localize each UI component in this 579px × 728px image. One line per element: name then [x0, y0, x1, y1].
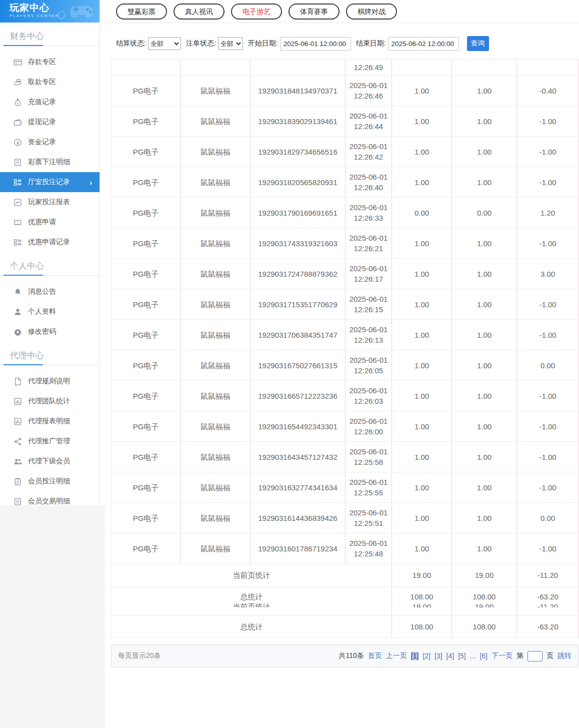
- tab-sports-events[interactable]: 体育赛事: [288, 4, 340, 20]
- cell-game-name: 鼠鼠福福: [180, 106, 250, 137]
- page-link-2[interactable]: [2]: [422, 652, 430, 660]
- filter-bar: 结算状态: 全部 注单状态: 全部 开始日期: 结束日期: 查询: [111, 36, 579, 51]
- sidebar-item-message-notice[interactable]: 消息公告: [0, 282, 100, 302]
- tab-board-games[interactable]: 棋牌对战: [346, 4, 397, 20]
- cell-bet-amount: [392, 60, 452, 76]
- summary-row-total: 总统计108.00108.00-63.20: [112, 616, 579, 638]
- table-row: PG电子鼠鼠福福19290317433193216032025-06-0112:…: [112, 228, 579, 259]
- bar-chart-icon: [14, 417, 22, 426]
- cell-platform: PG电子: [112, 76, 180, 106]
- page-link-3[interactable]: [3]: [434, 652, 442, 660]
- table-row: PG电子鼠鼠福福19290316544923433012025-06-0112:…: [112, 411, 579, 442]
- jump-button[interactable]: 跳转: [558, 651, 572, 660]
- cell-game-name: 鼠鼠福福: [180, 533, 250, 564]
- tab-live-video[interactable]: 真人视讯: [174, 4, 224, 20]
- tab-double-win-lottery[interactable]: 雙赢彩票: [116, 4, 167, 20]
- sidebar-item-hall-bet-record[interactable]: 厅室投注记录›: [0, 172, 100, 192]
- sidebar-item-member-trans-detail[interactable]: 会员交易明细: [0, 491, 100, 511]
- cell-platform: PG电子: [112, 442, 180, 472]
- summary-valid-line2: 19.00: [452, 602, 516, 607]
- summary-bet-line2: 19.00: [392, 602, 452, 607]
- sidebar-item-label: 优惠申请记录: [28, 238, 70, 247]
- first-page-link[interactable]: 首页: [368, 651, 382, 660]
- sidebar-item-recharge-record[interactable]: 充值记录: [0, 92, 100, 112]
- cell-bet-amount: 1.00: [392, 106, 452, 137]
- tab-electronic-games[interactable]: 电子游艺: [231, 4, 282, 20]
- doc-lines-icon: [14, 497, 22, 506]
- cell-platform: PG电子: [112, 137, 180, 167]
- cell-win-loss: -1.00: [517, 533, 579, 564]
- settle-status-select[interactable]: 全部: [148, 37, 181, 50]
- cell-bet-amount: 1.00: [392, 350, 452, 381]
- ticket-icon: [14, 218, 22, 227]
- list-detail-icon: [14, 238, 22, 247]
- cell-bet-amount: 1.00: [392, 289, 452, 320]
- page-links: [1][2][3][4][5]...[6]: [411, 652, 488, 660]
- cell-win-loss: 3.00: [517, 259, 579, 289]
- sidebar-item-withdraw-record[interactable]: 提现记录: [0, 112, 100, 132]
- start-date-input[interactable]: [280, 37, 351, 51]
- cell-bet-amount: 1.00: [392, 503, 452, 533]
- bet-date: 2025-06-01: [346, 324, 392, 335]
- section-divider-accent: [4, 364, 43, 365]
- share-icon: [14, 437, 22, 446]
- sidebar-item-promo-apply[interactable]: 优惠申请: [0, 212, 100, 232]
- page-jump-input[interactable]: [528, 651, 542, 661]
- sidebar-item-agent-promo-mgmt[interactable]: 代理推广管理: [0, 431, 100, 451]
- page-link-4[interactable]: [4]: [446, 652, 454, 660]
- cell-bet-time: 2025-06-0112:26:03: [346, 381, 392, 411]
- sidebar-item-agent-report-detail[interactable]: 代理报表明细: [0, 411, 100, 431]
- page-link-7[interactable]: [6]: [480, 652, 488, 660]
- end-date-input[interactable]: [388, 37, 459, 51]
- summary-label-line2: 当前页统计: [112, 602, 392, 607]
- jump-suffix-label: 页: [546, 651, 554, 660]
- settle-status-label: 结算状态:: [116, 39, 146, 48]
- jump-prefix-label: 第: [516, 651, 524, 660]
- bet-date: 2025-06-01: [346, 172, 392, 182]
- sidebar-item-agent-team-stats[interactable]: 代理团队统计: [0, 391, 100, 411]
- sidebar-item-member-bet-detail[interactable]: 会员投注明细: [0, 471, 100, 491]
- order-status-select[interactable]: 全部: [218, 37, 243, 50]
- table-row: PG电子鼠鼠福福19290316434571274322025-06-0112:…: [112, 442, 579, 472]
- summary-valid: 19.00: [452, 564, 517, 587]
- sidebar-item-deposit-zone[interactable]: 存款专区: [0, 52, 100, 72]
- cell-win-loss: -0.40: [517, 76, 579, 106]
- bet-time: 12:26:46: [346, 91, 392, 101]
- cell-platform: PG电子: [112, 472, 180, 503]
- sidebar-item-promo-apply-record[interactable]: 优惠申请记录: [0, 232, 100, 252]
- search-button[interactable]: 查询: [467, 36, 489, 51]
- sidebar-item-lottery-bet-detail[interactable]: 彩票下注明细: [0, 152, 100, 172]
- bet-date: 2025-06-01: [346, 416, 392, 426]
- sidebar-item-withdraw-zone[interactable]: 取款专区: [0, 72, 100, 92]
- cell-order-no: 1929031614436839426: [250, 503, 346, 533]
- cell-win-loss: 0.00: [517, 503, 579, 533]
- cell-platform: PG电子: [112, 411, 180, 442]
- page-ellipsis: ...: [470, 652, 476, 660]
- sidebar-item-agent-sub-members[interactable]: 代理下级会员: [0, 451, 100, 471]
- bet-time: 12:26:00: [346, 426, 392, 437]
- cell-win-loss: 1.20: [517, 198, 579, 228]
- cell-win-loss: -1.00: [517, 411, 579, 442]
- cell-platform: PG电子: [112, 320, 180, 350]
- tabs-bar: 雙赢彩票真人视讯电子游艺体育赛事棋牌对战: [105, 0, 579, 23]
- cell-game-name: 鼠鼠福福: [180, 320, 250, 350]
- bet-date: 2025-06-01: [346, 385, 392, 396]
- next-page-link[interactable]: 下一页: [492, 651, 512, 660]
- table-row: PG电子鼠鼠福福19290316750276613152025-06-0112:…: [112, 350, 579, 381]
- page-link-1[interactable]: [1]: [411, 652, 419, 660]
- sidebar-item-change-password[interactable]: 修改密码: [0, 322, 100, 342]
- bar-chart-icon: [14, 397, 22, 406]
- sidebar-item-personal-profile[interactable]: 个人资料: [0, 302, 100, 322]
- bet-time: 12:25:48: [346, 548, 392, 559]
- bet-time: 12:25:51: [346, 518, 392, 528]
- prev-page-link[interactable]: 上一页: [386, 651, 407, 660]
- sidebar-item-funds-record[interactable]: 资金记录: [0, 132, 100, 152]
- chevron-right-icon: ›: [90, 178, 92, 187]
- sidebar-item-agent-rules[interactable]: 代理规则说明: [0, 371, 100, 391]
- sidebar-item-player-bet-report[interactable]: 玩家投注报表: [0, 192, 100, 212]
- page-link-5[interactable]: [5]: [458, 652, 466, 660]
- cell-platform: PG电子: [112, 503, 180, 533]
- cell-bet-time: 2025-06-0112:25:58: [346, 442, 392, 472]
- cell-bet-time: 2025-06-0112:26:05: [346, 350, 392, 381]
- sidebar-item-label: 厅室投注记录: [28, 178, 70, 187]
